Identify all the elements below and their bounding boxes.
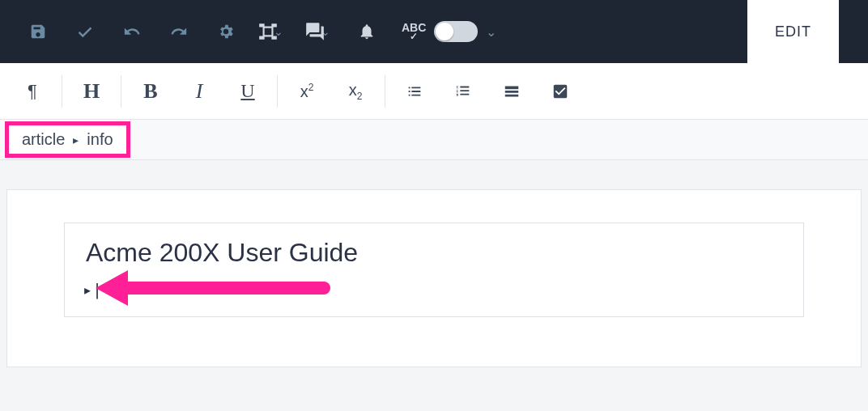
layout-button[interactable] — [257, 0, 279, 63]
comments-dropdown[interactable]: ⌄ — [296, 0, 343, 63]
separator — [121, 75, 121, 108]
layout-block-icon — [503, 83, 521, 100]
undo-button[interactable] — [108, 0, 155, 63]
subscript-button[interactable]: x2 — [331, 72, 380, 111]
save-button[interactable] — [15, 0, 62, 63]
check-icon — [76, 23, 94, 40]
breadcrumb-highlight: article ▸ info — [5, 121, 130, 158]
document-title[interactable]: Acme 200X User Guide — [86, 238, 782, 268]
comments-button[interactable] — [304, 0, 326, 63]
save-icon — [29, 23, 47, 40]
bullet-list-button[interactable] — [390, 72, 439, 111]
separator — [277, 75, 278, 108]
format-toolbar: ¶ H B I U x2 x2 — [0, 63, 868, 120]
gear-icon — [217, 23, 235, 40]
validate-button[interactable] — [62, 0, 108, 63]
heading-icon: H — [83, 79, 100, 104]
numbered-list-button[interactable] — [439, 72, 487, 111]
separator — [62, 75, 62, 108]
tab-edit[interactable]: EDIT — [747, 0, 839, 63]
separator — [385, 75, 385, 108]
notifications-button[interactable] — [343, 0, 390, 63]
superscript-button[interactable]: x2 — [283, 72, 331, 111]
tab-edit-label: EDIT — [775, 23, 811, 40]
subscript-icon: x2 — [349, 81, 363, 102]
breadcrumb-item-info[interactable]: info — [87, 130, 113, 149]
arrow-shaft — [120, 282, 330, 294]
breadcrumb-separator-icon: ▸ — [73, 133, 79, 146]
toggle-knob — [436, 23, 453, 40]
bell-icon — [358, 23, 376, 40]
checkbox-icon — [551, 83, 569, 100]
top-toolbar: ⌄ ⌄ ABC ✓ ⌄ EDIT — [0, 0, 868, 63]
toolbar-right-edge — [839, 0, 853, 63]
paragraph-style-button[interactable]: ¶ — [8, 72, 57, 111]
underline-button[interactable]: U — [223, 72, 272, 111]
document-inner: Acme 200X User Guide ▸| — [64, 222, 804, 317]
numbered-list-icon — [454, 83, 472, 100]
layout-block-button[interactable] — [487, 72, 536, 111]
checkbox-button[interactable] — [536, 72, 585, 111]
paragraph-icon: ¶ — [28, 81, 37, 102]
bold-button[interactable]: B — [126, 72, 175, 111]
layout-icon — [257, 21, 279, 42]
breadcrumb-bar: article ▸ info — [0, 120, 868, 160]
undo-icon — [123, 23, 141, 40]
italic-button[interactable]: I — [175, 72, 223, 111]
spellcheck-toggle[interactable] — [434, 21, 478, 42]
content-area: Acme 200X User Guide ▸| — [0, 160, 868, 367]
annotation-arrow — [96, 270, 338, 303]
italic-icon: I — [196, 79, 203, 104]
spellcheck-check-icon: ✓ — [410, 32, 418, 41]
bullet-list-icon — [406, 83, 423, 100]
spellcheck-group: ABC ✓ ⌄ — [390, 21, 508, 42]
layout-dropdown[interactable]: ⌄ — [249, 0, 296, 63]
chevron-down-icon[interactable]: ⌄ — [486, 24, 496, 40]
redo-button[interactable] — [155, 0, 202, 63]
bold-icon: B — [143, 79, 157, 104]
spellcheck-icon: ABC ✓ — [402, 22, 426, 41]
heading-button[interactable]: H — [67, 72, 116, 111]
breadcrumb-item-article[interactable]: article — [22, 130, 65, 149]
superscript-icon: x2 — [300, 82, 314, 101]
comments-icon — [304, 21, 326, 42]
settings-button[interactable] — [202, 0, 249, 63]
document-page[interactable]: Acme 200X User Guide ▸| — [6, 189, 862, 367]
redo-icon — [170, 23, 188, 40]
insertion-cursor-icon: ▸| — [83, 280, 102, 299]
underline-icon: U — [240, 80, 254, 102]
